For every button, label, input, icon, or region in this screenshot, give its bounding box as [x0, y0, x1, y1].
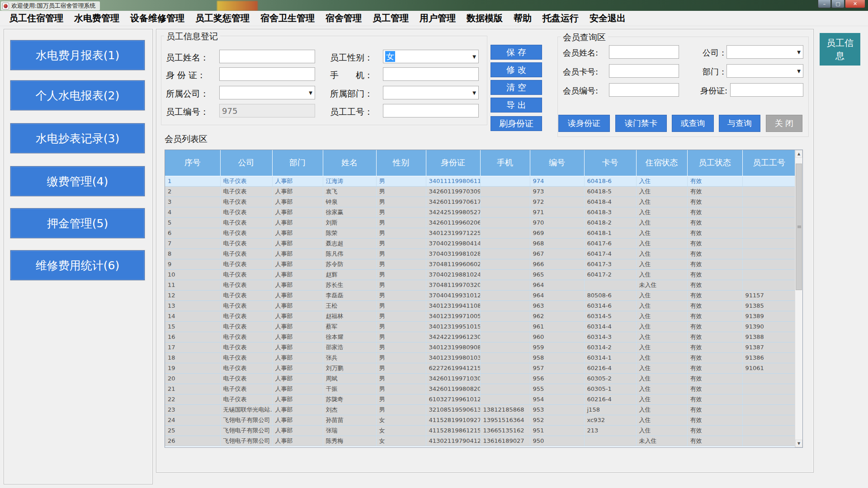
menu-user-management[interactable]: 用户管理: [414, 11, 461, 25]
phone-input[interactable]: [383, 67, 479, 81]
scrollbar-thumb[interactable]: [796, 164, 802, 290]
table-row[interactable]: 9电子仪表人事部苏令防男3704811996060238...96660417-…: [165, 259, 796, 269]
table-row[interactable]: 17电子仪表人事部邵家浩男3401231998090820...95960314…: [165, 342, 796, 352]
table-row[interactable]: 24飞翎电子有限公司人事部孙苗苗女4115281991092729...1395…: [165, 415, 796, 425]
scroll-up-icon[interactable]: ▲: [795, 150, 802, 158]
column-header[interactable]: 员工状态: [687, 150, 742, 176]
table-cell: 男: [376, 384, 426, 394]
table-row[interactable]: 5电子仪表人事部刘斯男3426011996020671...97060418-2…: [165, 217, 796, 228]
column-header[interactable]: 身份证: [426, 150, 480, 176]
table-cell: [480, 249, 530, 259]
table-cell: 电子仪表: [220, 321, 272, 332]
employee-name-input[interactable]: [219, 50, 315, 63]
table-row[interactable]: 18电子仪表人事部张兵男3401231998010348...95860314-…: [165, 352, 796, 363]
menu-rewards-penalties[interactable]: 员工奖惩管理: [190, 11, 255, 25]
table-cell: 男: [376, 228, 426, 238]
id-card-input[interactable]: [219, 67, 315, 81]
sidebar-personal-utility-report[interactable]: 个人水电报表(2): [10, 80, 145, 110]
save-button[interactable]: 保 存: [491, 45, 542, 60]
table-row[interactable]: 2电子仪表人事部袁飞男3426011997030946...97360418-5…: [165, 186, 796, 197]
menu-employee-housing[interactable]: 员工住宿管理: [4, 11, 69, 25]
job-no-input[interactable]: [383, 104, 479, 117]
sidebar-repair-cost-statistics[interactable]: 维修费用统计(6): [10, 250, 145, 280]
scroll-down-icon[interactable]: ▼: [795, 440, 802, 447]
table-row[interactable]: 3电子仪表人事部钟泉男3426011997061753...97260418-4…: [165, 197, 796, 207]
table-cell: 入住: [636, 342, 687, 352]
table-cell: 18: [165, 352, 220, 363]
column-header[interactable]: 部门: [272, 150, 323, 176]
table-row[interactable]: 16电子仪表人事部徐本耀男3424221996123052...96060314…: [165, 332, 796, 342]
table-cell: [480, 207, 530, 217]
column-header[interactable]: 卡号: [584, 150, 636, 176]
maximize-button[interactable]: ▢: [831, 0, 844, 8]
menu-utilities[interactable]: 水电费管理: [69, 11, 125, 25]
column-header[interactable]: 手机: [480, 150, 530, 176]
modify-button[interactable]: 修 改: [491, 62, 542, 77]
table-cell: 入住: [636, 238, 687, 249]
or-query-button[interactable]: 或查询: [672, 115, 714, 132]
table-row[interactable]: 23无锡国联华光电站...人事部刘杰男3210851959061318...13…: [165, 404, 796, 415]
menu-dorm-management[interactable]: 宿舍管理: [320, 11, 367, 25]
table-row[interactable]: 4电子仪表人事部徐家赢男3424251998052705...97160418-…: [165, 207, 796, 217]
column-header[interactable]: 住宿状态: [636, 150, 687, 176]
export-button[interactable]: 导 出: [491, 98, 542, 113]
clear-button[interactable]: 清 空: [491, 80, 542, 95]
table-row[interactable]: 15电子仪表人事部蔡军男3401231995101562...96160314-…: [165, 321, 796, 332]
column-header[interactable]: 性别: [376, 150, 426, 176]
table-row[interactable]: 21电子仪表人事部干振男3426011998082002...95560305-…: [165, 384, 796, 394]
dept-combo[interactable]: ▼: [383, 86, 479, 99]
read-id-card-button[interactable]: 读身份证: [558, 115, 610, 132]
table-row[interactable]: 12电子仪表人事部李磊磊男3704041993101250...96480508…: [165, 290, 796, 300]
swipe-id-button[interactable]: 刷身份证: [491, 116, 542, 131]
close-query-button[interactable]: 关 闭: [766, 115, 802, 132]
table-cell: 人事部: [272, 363, 323, 373]
table-row[interactable]: 7电子仪表人事部聂志超男3704021998041453...96860417-…: [165, 238, 796, 249]
table-cell: 男: [376, 290, 426, 300]
sidebar-meter-reading-records[interactable]: 水电抄表记录(3): [10, 123, 145, 153]
column-header[interactable]: 序号: [165, 150, 220, 176]
table-row[interactable]: 1电子仪表人事部江海涛男3401111998061105...97460418-…: [165, 176, 796, 186]
tab-employee-info[interactable]: 员工信息: [820, 33, 860, 66]
vertical-scrollbar[interactable]: ▲ ▼: [795, 150, 802, 447]
menu-dorm-hygiene[interactable]: 宿舍卫生管理: [255, 11, 320, 25]
table-cell: 陈凡伟: [323, 249, 376, 259]
table-row[interactable]: 11电子仪表人事部苏长生男3704811997032038...964未入住有效: [165, 280, 796, 290]
table-cell: 电子仪表: [220, 228, 272, 238]
company-combo[interactable]: ▼: [219, 86, 315, 99]
table-row[interactable]: 19电子仪表人事部刘万鹏男6227261994121530...95760216…: [165, 363, 796, 373]
table-cell: 21: [165, 384, 220, 394]
table-row[interactable]: 8电子仪表人事部陈凡伟男3704031998102841...96760417-…: [165, 249, 796, 259]
table-cell: 邵家浩: [323, 342, 376, 352]
menu-safe-exit[interactable]: 安全退出: [584, 11, 631, 25]
table-row[interactable]: 13电子仪表人事部王松男3401231994110848...96360314-…: [165, 300, 796, 311]
sidebar-payment-management[interactable]: 缴费管理(4): [10, 166, 145, 196]
table-row[interactable]: 10电子仪表人事部赵辉男3704021988102453...96560417-…: [165, 269, 796, 280]
table-cell: 飞翎电子有限公司: [220, 415, 272, 425]
table-row[interactable]: 14电子仪表人事部赵福林男3401231997100572...96260314…: [165, 311, 796, 321]
table-row[interactable]: 26飞翎电子有限公司人事部陈秀梅女4130211979041219...1361…: [165, 436, 796, 446]
column-header[interactable]: 姓名: [323, 150, 376, 176]
sidebar-deposit-management[interactable]: 押金管理(5): [10, 208, 145, 238]
column-header[interactable]: 员工工号: [742, 150, 796, 176]
and-query-button[interactable]: 与查询: [719, 115, 760, 132]
menu-tray-run[interactable]: 托盘运行: [537, 11, 584, 25]
read-access-card-button[interactable]: 读门禁卡: [615, 115, 667, 132]
column-header[interactable]: 公司: [220, 150, 272, 176]
table-cell: 965: [530, 269, 584, 280]
close-button[interactable]: ✕: [845, 0, 865, 8]
table-row[interactable]: 22电子仪表人事部苏陇奇男6103271996101234...95460216…: [165, 394, 796, 404]
sidebar-monthly-utility-report[interactable]: 水电费月报表(1): [10, 40, 145, 70]
table-row[interactable]: 25飞翎电子有限公司人事部张瑞女4115281986121529...13665…: [165, 425, 796, 436]
menu-data-template[interactable]: 数据模版: [461, 11, 508, 25]
minimize-button[interactable]: –: [818, 0, 831, 8]
menu-help[interactable]: 帮助: [508, 11, 537, 25]
menu-equipment-maintenance[interactable]: 设备维修管理: [125, 11, 190, 25]
column-header[interactable]: 编号: [530, 150, 584, 176]
table-row[interactable]: 20电子仪表人事部周斌男3426011997103040...95660305-…: [165, 373, 796, 384]
menu-employee-management[interactable]: 员工管理: [367, 11, 414, 25]
employee-gender-combo[interactable]: 女 ▼: [383, 50, 479, 63]
table-cell: 人事部: [272, 436, 323, 446]
table-row[interactable]: 6电子仪表人事部陈荣男3401231997122516...96960418-1…: [165, 228, 796, 238]
employee-gender-value: 女: [385, 51, 395, 62]
table-cell: 91386: [742, 352, 796, 363]
